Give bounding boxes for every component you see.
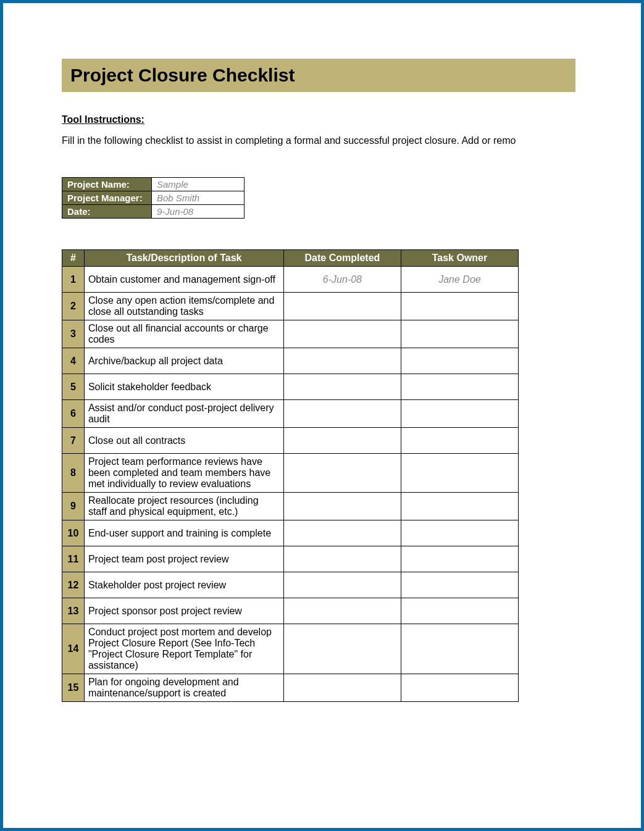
row-num: 3 — [62, 320, 85, 348]
row-date — [283, 320, 401, 348]
meta-value: 9-Jun-08 — [152, 205, 245, 219]
row-num: 12 — [62, 572, 85, 598]
col-header-date: Date Completed — [283, 250, 401, 267]
row-task: Project sponsor post project review — [84, 598, 283, 624]
row-task: Assist and/or conduct post-project deliv… — [84, 400, 283, 428]
row-owner — [401, 520, 518, 546]
table-row: 4Archive/backup all project data — [62, 348, 519, 374]
table-row: 14Conduct project post mortem and develo… — [62, 624, 519, 674]
row-owner — [401, 428, 518, 454]
row-task: Close out all contracts — [84, 428, 283, 454]
row-owner — [401, 674, 518, 702]
row-owner — [401, 454, 518, 493]
row-date — [283, 348, 401, 374]
page-title: Project Closure Checklist — [70, 65, 567, 86]
row-num: 14 — [62, 624, 85, 674]
row-num: 10 — [62, 520, 85, 546]
meta-label: Project Name: — [62, 178, 152, 191]
row-owner — [401, 493, 518, 520]
meta-label: Project Manager: — [62, 191, 152, 205]
table-row: 13Project sponsor post project review — [62, 598, 519, 624]
row-task: Project team post project review — [84, 546, 283, 572]
row-owner — [401, 374, 518, 400]
row-owner — [401, 572, 518, 598]
title-bar: Project Closure Checklist — [62, 59, 575, 92]
row-num: 9 — [62, 493, 85, 520]
row-owner: Jane Doe — [401, 267, 518, 293]
row-date — [283, 428, 401, 454]
row-num: 4 — [62, 348, 85, 374]
row-owner — [401, 546, 518, 572]
row-date — [283, 674, 401, 702]
meta-value: Sample — [152, 178, 245, 191]
col-header-owner: Task Owner — [401, 250, 518, 267]
meta-value: Bob Smith — [152, 191, 245, 205]
row-date — [283, 546, 401, 572]
meta-label: Date: — [62, 205, 152, 219]
row-task: Project team performance reviews have be… — [84, 454, 283, 493]
row-owner — [401, 293, 518, 320]
table-row: 7Close out all contracts — [62, 428, 519, 454]
meta-table: Project Name:SampleProject Manager:Bob S… — [62, 177, 245, 219]
table-row: 5Solicit stakeholder feedback — [62, 374, 519, 400]
row-task: Close any open action items/complete and… — [84, 293, 283, 320]
row-date — [283, 598, 401, 624]
row-num: 11 — [62, 546, 85, 572]
row-task: Conduct project post mortem and develop … — [84, 624, 283, 674]
row-num: 6 — [62, 400, 85, 428]
meta-row: Date:9-Jun-08 — [62, 205, 245, 219]
col-header-task: Task/Description of Task — [84, 250, 283, 267]
row-num: 13 — [62, 598, 85, 624]
row-task: Close out all financial accounts or char… — [84, 320, 283, 348]
row-task: Plan for ongoing development and mainten… — [84, 674, 283, 702]
meta-row: Project Manager:Bob Smith — [62, 191, 245, 205]
row-date — [283, 624, 401, 674]
table-row: 9Reallocate project resources (including… — [62, 493, 519, 520]
row-num: 1 — [62, 267, 85, 293]
table-row: 8Project team performance reviews have b… — [62, 454, 519, 493]
row-num: 2 — [62, 293, 85, 320]
instructions-text: Fill in the following checklist to assis… — [62, 135, 592, 146]
checklist-header-row: # Task/Description of Task Date Complete… — [62, 250, 519, 267]
row-date — [283, 454, 401, 493]
instructions-label: Tool Instructions: — [62, 114, 592, 125]
table-row: 1Obtain customer and management sign-off… — [62, 267, 519, 293]
row-date — [283, 572, 401, 598]
row-date — [283, 293, 401, 320]
row-owner — [401, 624, 518, 674]
row-date — [283, 520, 401, 546]
table-row: 10End-user support and training is compl… — [62, 520, 519, 546]
row-num: 8 — [62, 454, 85, 493]
row-date — [283, 400, 401, 428]
row-num: 7 — [62, 428, 85, 454]
row-date — [283, 493, 401, 520]
row-task: Obtain customer and management sign-off — [84, 267, 283, 293]
row-owner — [401, 348, 518, 374]
row-task: Stakeholder post project review — [84, 572, 283, 598]
table-row: 12Stakeholder post project review — [62, 572, 519, 598]
row-task: End-user support and training is complet… — [84, 520, 283, 546]
row-num: 15 — [62, 674, 85, 702]
checklist-table: # Task/Description of Task Date Complete… — [62, 249, 519, 702]
table-row: 3Close out all financial accounts or cha… — [62, 320, 519, 348]
row-date — [283, 374, 401, 400]
col-header-num: # — [62, 250, 85, 267]
row-task: Archive/backup all project data — [84, 348, 283, 374]
row-owner — [401, 598, 518, 624]
table-row: 2Close any open action items/complete an… — [62, 293, 519, 320]
table-row: 15Plan for ongoing development and maint… — [62, 674, 519, 702]
row-owner — [401, 400, 518, 428]
row-task: Solicit stakeholder feedback — [84, 374, 283, 400]
meta-row: Project Name:Sample — [62, 178, 245, 191]
table-row: 11Project team post project review — [62, 546, 519, 572]
row-date: 6-Jun-08 — [283, 267, 401, 293]
row-owner — [401, 320, 518, 348]
table-row: 6Assist and/or conduct post-project deli… — [62, 400, 519, 428]
row-num: 5 — [62, 374, 85, 400]
row-task: Reallocate project resources (including … — [84, 493, 283, 520]
